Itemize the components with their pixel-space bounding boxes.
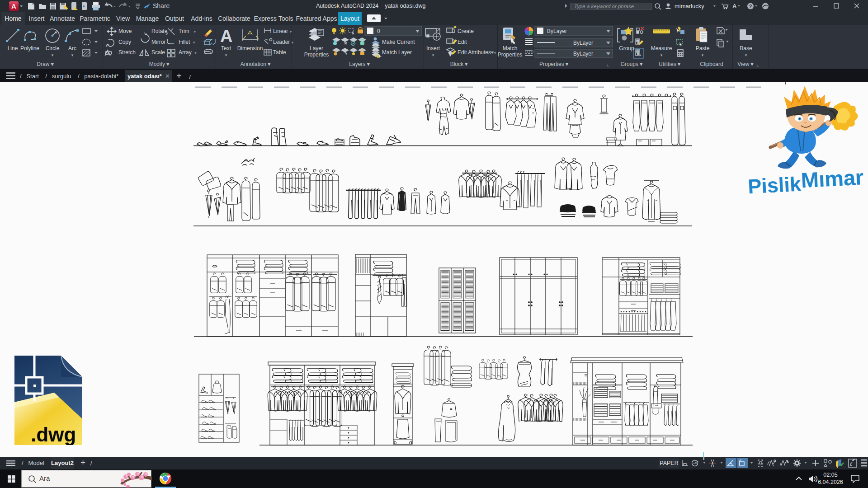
svg-text:mimarlucky: mimarlucky	[675, 3, 704, 9]
svg-text:A: A	[11, 2, 16, 10]
svg-text:ByLayer: ByLayer	[573, 51, 593, 57]
svg-text:Type a keyword or phrase: Type a keyword or phrase	[574, 4, 634, 9]
svg-text:ByLayer: ByLayer	[547, 28, 567, 34]
svg-text:.dwg: .dwg	[31, 423, 76, 445]
svg-text:0: 0	[377, 28, 380, 34]
svg-text:?: ?	[749, 4, 752, 9]
svg-text:A: A	[732, 3, 737, 9]
svg-text:Mımar: Mımar	[800, 165, 864, 192]
svg-text:Pislik: Pislik	[747, 172, 802, 198]
svg-text:A: A	[220, 27, 232, 46]
svg-text:ByLayer: ByLayer	[573, 40, 593, 46]
